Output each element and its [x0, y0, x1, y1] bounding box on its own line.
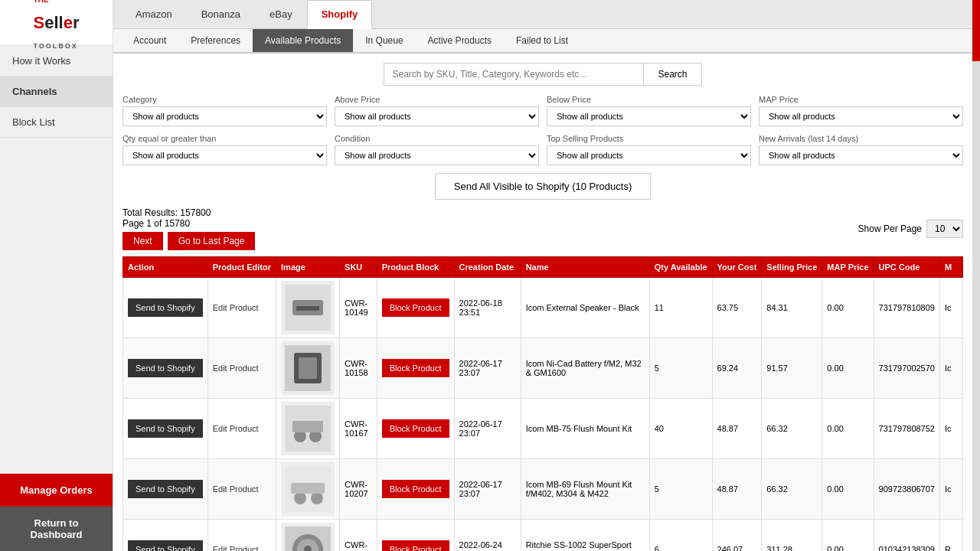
col-qty: Qty Available: [649, 257, 712, 278]
filters-grid-2: Qty equal or greater than Show all produ…: [122, 134, 963, 165]
selling-price-cell: 66.32: [762, 459, 822, 520]
col-upc-code: UPC Code: [874, 257, 939, 278]
filter-top-selling-select[interactable]: Show all products: [547, 145, 751, 165]
return-to-dashboard-button[interactable]: Return to Dashboard: [0, 507, 113, 551]
sub-tab-preferences[interactable]: Preferences: [178, 29, 253, 52]
per-page-select[interactable]: 10: [926, 220, 963, 238]
editor-cell: Edit Product: [207, 459, 276, 520]
search-input[interactable]: [384, 63, 644, 86]
filter-top-selling-label: Top Selling Products: [547, 134, 751, 143]
last-page-button[interactable]: Go to Last Page: [168, 232, 256, 250]
sub-tab-available-products[interactable]: Available Products: [253, 29, 353, 52]
map-price-cell: 0.00: [822, 459, 874, 520]
extra-cell: Ic: [940, 459, 963, 520]
your-cost-cell: 246.07: [712, 520, 762, 552]
send-to-shopify-button[interactable]: Send to Shopify: [128, 298, 203, 317]
next-button[interactable]: Next: [122, 232, 163, 250]
extra-cell: R: [940, 520, 963, 552]
send-to-shopify-button[interactable]: Send to Shopify: [128, 480, 203, 498]
send-to-shopify-button[interactable]: Send to Shopify: [128, 419, 203, 438]
block-product-button[interactable]: Block Product: [382, 359, 449, 377]
product-image: [281, 402, 335, 455]
filter-category-select[interactable]: Show all products: [122, 106, 327, 126]
qty-cell: 5: [649, 459, 712, 520]
sub-tab-account[interactable]: Account: [121, 29, 178, 52]
manage-orders-button[interactable]: Manage Orders: [0, 474, 113, 507]
creation-date-cell: 2022-06-17 23:07: [454, 338, 521, 399]
creation-date-cell: 2022-06-17 23:07: [454, 399, 521, 459]
block-cell: Block Product: [377, 459, 454, 520]
search-button[interactable]: Search: [644, 63, 701, 86]
edit-product-link[interactable]: Edit Product: [213, 545, 259, 551]
selling-price-cell: 91.57: [762, 338, 822, 399]
sub-tab-failed-to-list[interactable]: Failed to List: [504, 29, 580, 52]
filters-grid: Category Show all products Above Price S…: [122, 95, 963, 126]
svg-rect-2: [296, 306, 319, 311]
tab-ebay[interactable]: eBay: [255, 0, 307, 28]
editor-cell: Edit Product: [207, 399, 276, 459]
action-cell: Send to Shopify: [123, 399, 208, 459]
send-to-shopify-button[interactable]: Send to Shopify: [128, 540, 203, 551]
filter-map-price-label: MAP Price: [759, 95, 963, 104]
extra-cell: Ic: [940, 278, 963, 338]
edit-product-link[interactable]: Edit Product: [213, 424, 259, 433]
qty-cell: 11: [649, 278, 712, 338]
filter-above-price-select[interactable]: Show all products: [335, 106, 539, 126]
send-all-button[interactable]: Send All Visible to Shopify (10 Products…: [435, 173, 651, 200]
filter-map-price-select[interactable]: Show all products: [759, 106, 963, 126]
block-cell: Block Product: [377, 278, 454, 338]
image-cell: [276, 399, 340, 459]
creation-date-cell: 2022-06-17 23:07: [454, 459, 521, 520]
sku-cell: CWR-10207: [340, 459, 377, 520]
filter-condition: Condition Show all products: [335, 134, 539, 165]
edit-product-link[interactable]: Edit Product: [213, 303, 259, 312]
sub-tab-active-products[interactable]: Active Products: [416, 29, 504, 52]
your-cost-cell: 48.87: [712, 459, 762, 520]
filter-condition-select[interactable]: Show all products: [335, 145, 539, 165]
filter-new-arrivals-select[interactable]: Show all products: [759, 145, 963, 165]
filter-new-arrivals: New Arrivals (last 14 days) Show all pro…: [759, 134, 963, 165]
sku-cell: CWR-10149: [340, 278, 377, 338]
sku-cell: CWR-10167: [340, 399, 377, 459]
svg-rect-13: [291, 483, 325, 494]
block-product-button[interactable]: Block Product: [382, 480, 449, 498]
filter-qty-select[interactable]: Show all products: [122, 145, 327, 165]
sub-tab-in-queue[interactable]: In Queue: [353, 29, 415, 52]
tab-amazon[interactable]: Amazon: [121, 0, 187, 28]
edit-product-link[interactable]: Edit Product: [213, 484, 259, 494]
editor-cell: Edit Product: [207, 278, 276, 338]
sidebar-item-block-list[interactable]: Block List: [0, 107, 113, 138]
platform-tabs: Amazon Bonanza eBay Shopify: [113, 0, 972, 29]
tab-shopify[interactable]: Shopify: [307, 0, 373, 29]
svg-point-12: [311, 492, 323, 504]
scrollbar[interactable]: [972, 0, 980, 551]
sidebar-item-how-it-works[interactable]: How it Works: [0, 46, 113, 77]
your-cost-cell: 48.87: [712, 399, 762, 459]
tab-bonanza[interactable]: Bonanza: [187, 0, 255, 28]
products-tbody: Send to Shopify Edit Product CWR-10149 B…: [123, 278, 963, 552]
your-cost-cell: 63.75: [712, 278, 762, 338]
table-row: Send to Shopify Edit Product CWR-10167 B…: [123, 399, 963, 459]
col-m: M: [940, 257, 963, 278]
product-image: [281, 281, 335, 334]
block-cell: Block Product: [377, 520, 454, 552]
action-cell: Send to Shopify: [123, 520, 208, 552]
send-to-shopify-button[interactable]: Send to Shopify: [128, 359, 203, 377]
name-cell: Ritchie SS-1002 SuperSport Compass - Flu…: [521, 520, 649, 552]
page-info: Page 1 of 15780: [122, 218, 255, 229]
block-product-button[interactable]: Block Product: [382, 298, 449, 317]
image-cell: [276, 338, 340, 399]
creation-date-cell: 2022-06-24 14:53: [454, 520, 521, 552]
table-row: Send to Shopify Edit Product CWR-10342 B…: [123, 520, 963, 552]
editor-cell: Edit Product: [207, 520, 276, 552]
block-product-button[interactable]: Block Product: [382, 540, 449, 551]
action-cell: Send to Shopify: [123, 278, 208, 338]
filter-below-price-select[interactable]: Show all products: [547, 106, 751, 126]
image-cell: [276, 459, 340, 520]
block-product-button[interactable]: Block Product: [382, 419, 449, 438]
svg-rect-9: [292, 421, 323, 432]
edit-product-link[interactable]: Edit Product: [213, 364, 259, 373]
sidebar-item-channels[interactable]: Channels: [0, 77, 113, 107]
col-map-price: MAP Price: [822, 257, 874, 278]
col-action: Action: [123, 257, 208, 278]
